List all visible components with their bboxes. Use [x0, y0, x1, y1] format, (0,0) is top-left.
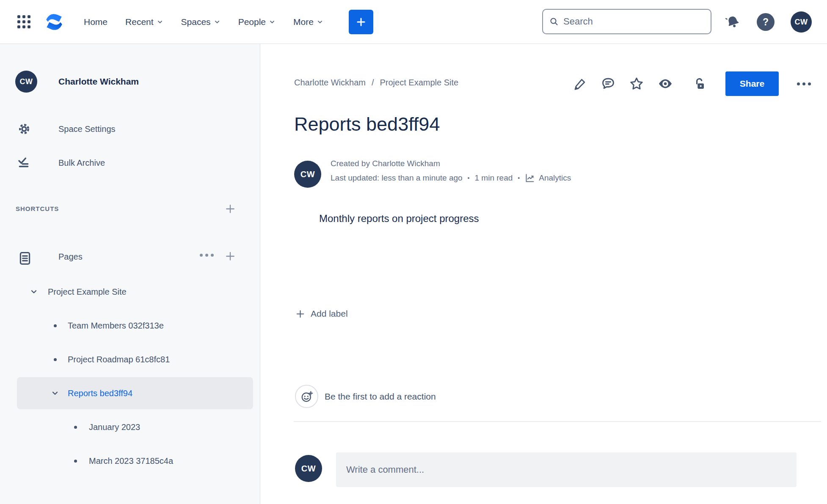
- reactions-prompt-text: Be the first to add a reaction: [325, 392, 436, 402]
- nav-item-label: People: [238, 17, 266, 27]
- analytics-link[interactable]: Analytics: [525, 173, 571, 183]
- space-avatar: CW: [15, 71, 37, 93]
- shortcuts-section-header: SHORTCUTS: [0, 202, 260, 216]
- nav-item-home[interactable]: Home: [78, 13, 113, 31]
- bullet-icon: [50, 358, 60, 361]
- create-button[interactable]: [349, 10, 373, 34]
- space-profile[interactable]: CW Charlotte Wickham: [15, 71, 139, 93]
- speech-bubble-icon: [601, 77, 615, 91]
- line-chart-icon: [525, 173, 535, 183]
- page-content: Charlotte Wickham / Project Example Site: [260, 44, 827, 504]
- chevron-down-icon: [317, 19, 323, 25]
- nav-item-label: Home: [84, 17, 108, 27]
- comments-divider: [294, 421, 821, 422]
- read-time-text: 1 min read: [475, 173, 513, 183]
- notifications-button[interactable]: [725, 14, 741, 30]
- add-shortcut-button[interactable]: [223, 202, 237, 216]
- tree-item-label: Project Example Site: [48, 287, 127, 297]
- sidebar-item-label: Space Settings: [58, 124, 116, 134]
- sidebar-item-label: Pages: [58, 252, 83, 262]
- plus-icon: [224, 250, 236, 262]
- gear-icon: [17, 122, 31, 136]
- sidebar-item-label: Bulk Archive: [58, 158, 105, 168]
- share-button[interactable]: Share: [725, 71, 779, 96]
- author-avatar[interactable]: CW: [294, 161, 321, 188]
- created-by-text: Created by Charlotte Wickham: [331, 159, 571, 168]
- analytics-label: Analytics: [539, 173, 571, 183]
- breadcrumb-link-space[interactable]: Charlotte Wickham: [294, 78, 366, 88]
- add-reaction-button[interactable]: [295, 385, 318, 408]
- chevron-down-icon: [269, 19, 276, 25]
- nav-item-recent[interactable]: Recent: [119, 13, 169, 31]
- tree-item-project-example-site[interactable]: Project Example Site: [0, 282, 260, 301]
- confluence-logo-icon[interactable]: [43, 11, 65, 33]
- plus-icon: [295, 309, 305, 319]
- separator-dot: •: [518, 175, 520, 181]
- app-switcher-icon[interactable]: [15, 14, 32, 30]
- comment-input[interactable]: [336, 464, 797, 475]
- chevron-down-icon: [50, 388, 60, 398]
- sidebar-item-bulk-archive[interactable]: Bulk Archive: [0, 153, 260, 172]
- question-mark-icon: ?: [757, 13, 775, 31]
- bullet-icon: [70, 426, 80, 429]
- star-icon: [629, 77, 644, 91]
- edit-button[interactable]: [573, 77, 587, 90]
- nav-item-label: Recent: [125, 17, 154, 27]
- plus-icon: [224, 203, 236, 215]
- bullet-icon: [70, 460, 80, 463]
- top-navigation-bar: Home Recent Spaces People More: [0, 0, 827, 44]
- breadcrumb: Charlotte Wickham / Project Example Site: [294, 78, 458, 88]
- comments-button[interactable]: [601, 77, 615, 91]
- add-label-button[interactable]: Add label: [295, 309, 348, 319]
- page-more-actions-button[interactable]: [797, 82, 811, 85]
- page-byline: Created by Charlotte Wickham Last update…: [331, 159, 571, 183]
- nav-item-people[interactable]: People: [232, 13, 281, 31]
- tree-item-project-roadmap[interactable]: Project Roadmap 61c8fc81: [0, 350, 260, 369]
- unlocked-padlock-icon: [693, 77, 706, 90]
- pages-more-button[interactable]: [195, 253, 215, 257]
- comment-input-container[interactable]: [336, 452, 797, 487]
- restrictions-button[interactable]: [693, 77, 706, 90]
- sidebar-item-space-settings[interactable]: Space Settings: [0, 120, 260, 138]
- nav-item-spaces[interactable]: Spaces: [175, 13, 226, 31]
- nav-item-label: More: [293, 17, 314, 27]
- user-avatar[interactable]: CW: [791, 11, 812, 33]
- tree-item-label: March 2023 37185c4a: [89, 456, 173, 466]
- add-page-button[interactable]: [223, 249, 237, 263]
- tree-item-january-2023[interactable]: January 2023: [0, 418, 260, 436]
- pencil-icon: [573, 77, 587, 90]
- page-title: Reports bed3ff94: [294, 113, 440, 135]
- tree-item-label: Team Members 032f313e: [68, 321, 164, 331]
- bell-icon: [723, 12, 742, 31]
- help-button[interactable]: ?: [757, 13, 775, 31]
- plus-icon: [355, 16, 367, 28]
- chevron-down-icon: [214, 19, 221, 25]
- separator-dot: •: [468, 175, 470, 181]
- reactions-section: Be the first to add a reaction: [295, 385, 436, 408]
- sidebar-item-pages[interactable]: Pages: [0, 249, 260, 267]
- breadcrumb-link-parent[interactable]: Project Example Site: [380, 78, 459, 88]
- favorite-star-button[interactable]: [629, 77, 644, 91]
- ellipsis-icon: [200, 254, 214, 257]
- chevron-down-icon: [29, 287, 39, 297]
- last-updated-text: Last updated: less than a minute ago: [331, 173, 463, 183]
- tree-item-label: Project Roadmap 61c8fc81: [68, 355, 170, 364]
- tree-item-march-2023[interactable]: March 2023 37185c4a: [0, 452, 260, 470]
- page-body-text: Monthly reports on project progress: [319, 213, 479, 225]
- tree-item-reports-selected[interactable]: Reports bed3ff94: [17, 377, 253, 409]
- commenter-avatar: CW: [295, 455, 322, 482]
- search-icon: [549, 16, 559, 27]
- tree-item-label: Reports bed3ff94: [68, 389, 132, 398]
- tree-item-team-members[interactable]: Team Members 032f313e: [0, 316, 260, 335]
- watch-button[interactable]: [658, 76, 673, 91]
- chevron-down-icon: [157, 19, 163, 25]
- nav-item-more[interactable]: More: [287, 13, 329, 31]
- primary-nav: Home Recent Spaces People More: [78, 13, 329, 31]
- nav-item-label: Spaces: [181, 17, 211, 27]
- space-name: Charlotte Wickham: [58, 77, 139, 87]
- search-input[interactable]: [563, 16, 705, 27]
- tree-item-label: January 2023: [89, 422, 140, 432]
- document-icon: [18, 251, 32, 266]
- breadcrumb-separator: /: [372, 78, 374, 88]
- eye-icon: [658, 76, 673, 91]
